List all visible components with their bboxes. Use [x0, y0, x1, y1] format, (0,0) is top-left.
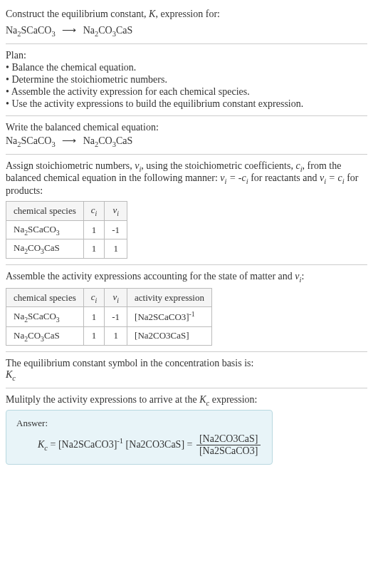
col-species: chemical species: [6, 288, 84, 307]
plan-item: • Assemble the activity expression for e…: [6, 86, 367, 98]
stoich-table: chemical species ci νi Na2SCaCO3 1 -1 Na…: [6, 201, 127, 259]
balanced-heading: Write the balanced chemical equation:: [6, 122, 367, 133]
activity-base: [Na2CO3CaS]: [135, 330, 189, 341]
multiply-section: Mulitply the activity expressions to arr…: [6, 394, 367, 465]
title-text: Construct the equilibrium constant, K, e…: [6, 6, 367, 23]
assemble-text: Assemble the activity expressions accoun…: [6, 271, 367, 284]
answer-box: Answer: Kc = [Na2SCaCO3]-1 [Na2CO3CaS] =…: [6, 410, 273, 465]
multiply-post: expression:: [209, 394, 257, 405]
activity-table: chemical species ci νi activity expressi…: [6, 288, 212, 346]
cell-c: 1: [83, 220, 105, 239]
table-header-row: chemical species ci νi: [6, 202, 127, 221]
nu-header-sub: i: [117, 296, 119, 304]
assign-pre: Assign stoichiometric numbers,: [6, 160, 135, 171]
divider: [6, 351, 367, 352]
assign-section: Assign stoichiometric numbers, νi, using…: [6, 160, 367, 259]
cell-nu: 1: [105, 326, 127, 346]
symbol-section: The equilibrium constant symbol in the c…: [6, 358, 367, 382]
cell-activity: [Na2SCaCO3]-1: [127, 307, 212, 326]
assign-text: Assign stoichiometric numbers, νi, using…: [6, 160, 367, 197]
cell-species: Na2SCaCO3: [6, 307, 84, 326]
divider: [6, 43, 367, 44]
col-c: ci: [83, 288, 105, 307]
eq-lhs: Na2SCaCO3: [6, 25, 56, 36]
term2: [Na2CO3CaS] =: [123, 439, 195, 450]
answer-label: Answer:: [16, 418, 262, 429]
assign-mid1: , using the stoichiometric coefficients,: [141, 160, 295, 171]
col-c: ci: [83, 202, 105, 221]
activity-exp: -1: [189, 310, 195, 318]
divider: [6, 154, 367, 155]
table-row: Na2CO3CaS 1 1 [Na2CO3CaS]: [6, 326, 212, 346]
k-var: K: [6, 369, 12, 380]
eq-rhs: Na2CO3CaS: [83, 25, 133, 36]
cell-c: 1: [83, 307, 105, 326]
cell-species: Na2SCaCO3: [6, 220, 84, 239]
answer-equation: Kc = [Na2SCaCO3]-1 [Na2CO3CaS] = [Na2CO3…: [16, 433, 262, 457]
col-activity: activity expression: [127, 288, 212, 307]
eq-rhs: Na2CO3CaS: [83, 135, 133, 146]
cell-species: Na2CO3CaS: [6, 239, 84, 259]
divider: [6, 115, 367, 116]
frac-den: [Na2SCaCO3]: [196, 445, 261, 457]
title-post: , expression for:: [155, 9, 220, 19]
plan-heading: Plan:: [6, 50, 367, 61]
eq-lhs: Na2SCaCO3: [6, 135, 56, 146]
arrow-icon: ⟶: [62, 135, 76, 147]
col-species: chemical species: [6, 202, 84, 221]
c-header-sub: i: [95, 296, 98, 304]
activity-base: [Na2SCaCO3]: [135, 312, 189, 323]
eq-sign: =: [48, 439, 58, 450]
cell-nu: 1: [105, 239, 127, 259]
nu-header-sub: i: [117, 210, 119, 217]
c-header-sub: i: [95, 210, 98, 217]
table-header-row: chemical species ci νi activity expressi…: [6, 288, 212, 307]
symbol-kc: Kc: [6, 369, 367, 382]
title-k: K: [149, 9, 155, 19]
balanced-section: Write the balanced chemical equation: Na…: [6, 122, 367, 148]
multiply-text: Mulitply the activity expressions to arr…: [6, 394, 367, 407]
cell-activity: [Na2CO3CaS]: [127, 326, 212, 346]
cell-c: 1: [83, 239, 105, 259]
k-sub: c: [12, 374, 16, 382]
col-nu: νi: [105, 288, 127, 307]
table-row: Na2SCaCO3 1 -1 [Na2SCaCO3]-1: [6, 307, 212, 326]
title-pre: Construct the equilibrium constant,: [6, 9, 149, 19]
rule1: νi = -ci: [220, 172, 248, 183]
assign-reactants: for reactants and: [248, 172, 320, 183]
title-equation: Na2SCaCO3 ⟶ Na2CO3CaS: [6, 24, 367, 38]
divider: [6, 388, 367, 388]
fraction: [Na2CO3CaS][Na2SCaCO3]: [196, 433, 261, 457]
frac-num: [Na2CO3CaS]: [196, 433, 261, 445]
plan-item: • Balance the chemical equation.: [6, 62, 367, 73]
rule2: νi = ci: [320, 172, 345, 183]
cell-nu: -1: [105, 307, 127, 326]
assemble-post: :: [301, 271, 304, 282]
divider: [6, 264, 367, 265]
title-section: Construct the equilibrium constant, K, e…: [6, 6, 367, 38]
table-row: Na2CO3CaS 1 1: [6, 239, 127, 259]
cell-nu: -1: [105, 220, 127, 239]
assemble-pre: Assemble the activity expressions accoun…: [6, 271, 295, 282]
plan-section: Plan: • Balance the chemical equation. •…: [6, 50, 367, 110]
cell-species: Na2CO3CaS: [6, 326, 84, 346]
term1-base: [Na2SCaCO3]: [58, 439, 117, 450]
multiply-pre: Mulitply the activity expressions to arr…: [6, 394, 199, 405]
cell-c: 1: [83, 326, 105, 346]
symbol-text: The equilibrium constant symbol in the c…: [6, 358, 367, 369]
table-row: Na2SCaCO3 1 -1: [6, 220, 127, 239]
plan-item: • Determine the stoichiometric numbers.: [6, 74, 367, 86]
arrow-icon: ⟶: [62, 24, 76, 36]
term1-exp: -1: [117, 437, 123, 445]
col-nu: νi: [105, 202, 127, 221]
k-var: K: [38, 439, 44, 450]
plan-item: • Use the activity expressions to build …: [6, 98, 367, 110]
assemble-section: Assemble the activity expressions accoun…: [6, 271, 367, 346]
balanced-equation: Na2SCaCO3 ⟶ Na2CO3CaS: [6, 135, 367, 148]
k-var: K: [199, 394, 206, 405]
